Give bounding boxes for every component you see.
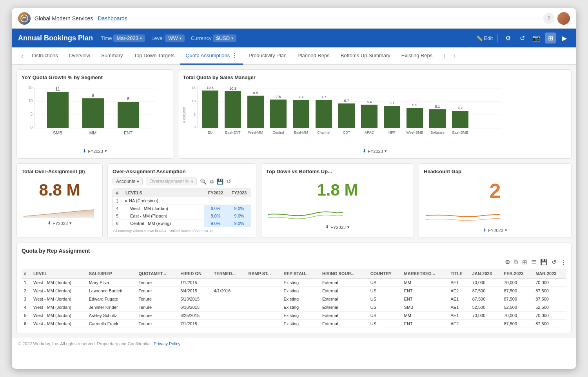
save-toolbar-icon[interactable]: 💾 xyxy=(540,259,548,266)
col-header-country[interactable]: COUNTRY xyxy=(368,269,402,279)
quota-rep-table: # LEVEL SALESREP QUOTAMET... HIRED ON TE… xyxy=(22,269,566,328)
filter2-icon: ⬇ xyxy=(363,149,366,154)
tab-existing-reps[interactable]: Existing Reps xyxy=(396,47,438,65)
col-header-hiring[interactable]: HIRING SOUR... xyxy=(320,269,368,279)
col-header-mar[interactable]: MAR-2023 xyxy=(533,269,566,279)
assumption-row-4: 4 West - MM (Jordan) 6.0% 9.0% xyxy=(113,205,251,212)
currency-value[interactable]: $USD ▾ xyxy=(213,34,236,42)
tab-top-down-targets[interactable]: Top Down Targets xyxy=(129,47,180,65)
topdown-value: 1.8 M xyxy=(266,181,409,199)
topdown-title: Top Down vs Bottoms Up... xyxy=(266,169,409,174)
filter-icon-btn[interactable]: ⚙ xyxy=(503,33,514,44)
headcount-chart xyxy=(424,206,566,225)
topdown-filter-label: FY2023 xyxy=(330,225,346,230)
camera-icon-btn[interactable]: 📷 xyxy=(531,33,542,44)
col-header-jan[interactable]: JAN-2023 xyxy=(470,269,502,279)
chart1-filter-chip[interactable]: ⬇ FY2023 ▾ xyxy=(83,149,107,154)
headcount-filter-chip[interactable]: ⬇ FY2023 ▾ xyxy=(483,228,507,233)
page-title: Annual Bookings Plan xyxy=(18,34,93,42)
col-header-market[interactable]: MARKETSEG... xyxy=(402,269,448,279)
svg-text:Software: Software xyxy=(430,130,445,134)
col-header-level[interactable]: LEVEL xyxy=(31,269,87,279)
svg-text:4.7: 4.7 xyxy=(458,106,463,110)
tab-quota-assumptions[interactable]: Quota Assumptions ⋮ xyxy=(180,47,243,65)
refresh-toolbar-icon[interactable]: ↺ xyxy=(552,259,557,266)
time-value[interactable]: Mar-2023 ▾ xyxy=(113,34,145,42)
tab-planned-reps[interactable]: Planned Reps xyxy=(292,47,335,65)
app-footer: © 2022 Workday, Inc. All rights reserved… xyxy=(12,338,576,349)
headcount-title: Headcount Gap xyxy=(424,169,566,174)
tab-summary[interactable]: Summary xyxy=(96,47,129,65)
col-header-repstatus[interactable]: REP STAU... xyxy=(281,269,320,279)
grid-icon-btn[interactable]: ⊞ xyxy=(545,33,556,44)
col-header-quota[interactable]: QUOTAMET... xyxy=(136,269,178,279)
svg-text:7.7: 7.7 xyxy=(321,95,327,99)
edit-button[interactable]: ✏️ Edit xyxy=(476,35,493,41)
svg-text:MM: MM xyxy=(89,130,96,135)
col-header-ramp[interactable]: RAMP ST... xyxy=(246,269,281,279)
col-header-salesrep[interactable]: SALESREP xyxy=(87,269,136,279)
topdown-filter-chip[interactable]: ⬇ FY2023 ▾ xyxy=(325,225,350,230)
chart2-filter-chip[interactable]: ⬇ FY2023 ▾ xyxy=(363,149,387,154)
svg-rect-34 xyxy=(247,96,264,128)
topdown-chevron-icon: ▾ xyxy=(347,225,350,230)
copy-icon[interactable]: ⧉ xyxy=(210,178,214,185)
svg-text:#,000,000: #,000,000 xyxy=(182,107,186,123)
time-chevron-icon: ▾ xyxy=(140,36,142,40)
svg-text:East-ENT: East-ENT xyxy=(225,130,241,134)
save-icon[interactable]: 💾 xyxy=(217,178,223,185)
copy-toolbar-icon[interactable]: ⧉ xyxy=(514,259,518,266)
expand-toolbar-icon[interactable]: ⊞ xyxy=(522,259,527,266)
svg-text:6.4: 6.4 xyxy=(367,100,372,104)
svg-text:NFP: NFP xyxy=(388,130,396,134)
svg-rect-55 xyxy=(407,108,423,128)
video-icon-btn[interactable]: ▶ xyxy=(559,33,570,44)
tab-nav-right-arrow[interactable]: › xyxy=(450,53,459,60)
privacy-policy-link[interactable]: Privacy Policy xyxy=(154,341,180,346)
over-assignment-value: 8.8 M xyxy=(22,181,98,199)
svg-text:10: 10 xyxy=(192,99,196,103)
avatar-image xyxy=(557,12,570,25)
search-icon[interactable]: 🔍 xyxy=(200,178,207,185)
tab-productivity-plan[interactable]: Productivity Plan xyxy=(243,47,292,65)
settings-toolbar-icon[interactable]: ☰ xyxy=(531,259,536,266)
separator-1 xyxy=(497,34,498,42)
topdown-footer: ⬇ FY2023 ▾ xyxy=(266,225,409,230)
over-assignment-footer: ⬇ FY2023 ▾ xyxy=(22,221,98,226)
tab-overview[interactable]: Overview xyxy=(64,47,96,65)
currency-chevron-icon: ▾ xyxy=(231,36,233,40)
col-header-termed[interactable]: TERMED... xyxy=(212,269,246,279)
chart1-filter-label: FY2023 xyxy=(88,149,103,154)
charts-row-2: Total Over-Assignment ($) 8.8 M xyxy=(16,163,572,238)
filter5-icon: ⬇ xyxy=(483,228,486,233)
col-header-title[interactable]: TITLE xyxy=(448,269,470,279)
tab-more[interactable]: | xyxy=(438,47,450,65)
svg-rect-43 xyxy=(316,100,332,128)
col-header-feb[interactable]: FEB-2023 xyxy=(501,269,533,279)
charts-row-1: YoY Quota Growth % by Segment 15 10 5 0 xyxy=(16,69,572,159)
tab-instructions[interactable]: Instructions xyxy=(26,47,63,65)
svg-text:Central: Central xyxy=(272,130,284,134)
more-toolbar-icon[interactable]: ⋮ xyxy=(561,259,566,266)
user-avatar[interactable] xyxy=(557,12,570,25)
overassignment-dropdown[interactable]: Overassignment % ▾ xyxy=(146,178,196,185)
dashboards-link[interactable]: Dashboards xyxy=(98,15,127,22)
refresh-icon[interactable]: ↺ xyxy=(227,178,231,185)
filter-toolbar-icon[interactable]: ⚙ xyxy=(505,259,510,266)
help-icon[interactable]: ? xyxy=(543,13,554,24)
col-header-num: # xyxy=(22,269,31,279)
over-assignment-title: Total Over-Assignment ($) xyxy=(22,169,98,174)
svg-rect-49 xyxy=(361,105,377,128)
accounts-dropdown[interactable]: Accounts ▾ xyxy=(113,178,143,185)
over-assignment-filter-chip[interactable]: ⬇ FY2023 ▾ xyxy=(47,221,72,226)
tab-bottoms-up-summary[interactable]: Bottoms Up Summary xyxy=(335,47,396,65)
table-row: 5West - MM (Jordan)Ashley SchultzTenure6… xyxy=(22,312,566,320)
refresh-icon-btn[interactable]: ↺ xyxy=(517,33,528,44)
col-levels-header: LEVELS xyxy=(122,189,204,197)
assumption-row-5: 5 East - MM (Pippen) 8.0% 9.0% xyxy=(113,212,251,220)
svg-text:6.7: 6.7 xyxy=(344,99,349,103)
col-header-hired[interactable]: HIRED ON xyxy=(178,269,211,279)
topdown-chart xyxy=(266,203,409,222)
tab-nav-left-arrow[interactable]: ‹ xyxy=(18,53,26,60)
level-value[interactable]: WW ▾ xyxy=(165,34,185,42)
